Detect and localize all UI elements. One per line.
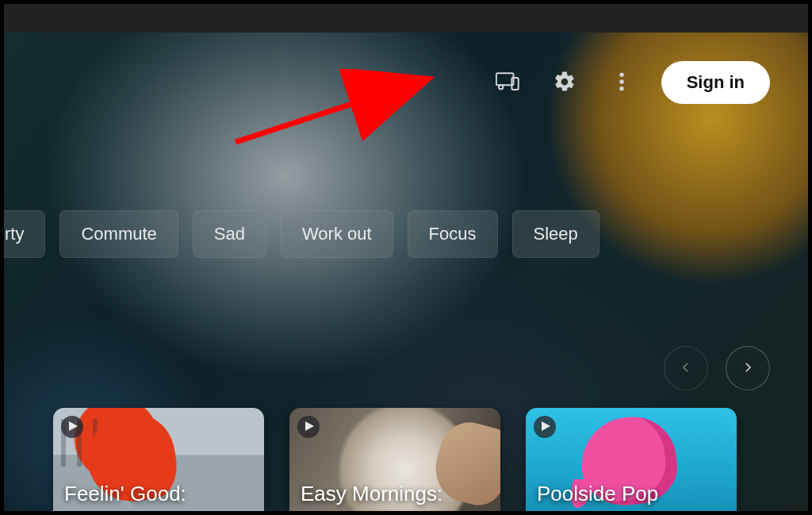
mood-chip-row: rty Commute Sad Work out Focus Sleep <box>4 210 599 258</box>
app-viewport: Sign in rty Commute Sad Work out Focus S… <box>4 33 808 511</box>
playlist-title: Easy Mornings: <box>301 482 442 506</box>
mood-chip-commute[interactable]: Commute <box>59 210 178 258</box>
svg-marker-8 <box>69 421 78 431</box>
sign-in-button[interactable]: Sign in <box>661 61 770 104</box>
mood-chip-sleep[interactable]: Sleep <box>512 210 599 258</box>
mood-chip-workout[interactable]: Work out <box>281 210 393 258</box>
play-badge <box>61 416 83 438</box>
header-toolbar: Sign in <box>490 61 770 104</box>
svg-point-3 <box>619 72 624 77</box>
carousel-nav <box>664 346 770 390</box>
gear-icon <box>553 70 576 96</box>
play-icon <box>539 420 550 434</box>
svg-marker-9 <box>305 421 314 431</box>
playlist-card[interactable]: Easy Mornings: <box>289 408 500 511</box>
more-vertical-icon <box>610 70 634 96</box>
playlist-title: Feelin' Good: <box>64 482 186 506</box>
playlist-title: Poolside Pop <box>537 482 658 506</box>
play-icon <box>303 420 314 434</box>
overflow-menu-button[interactable] <box>604 65 639 100</box>
mood-chip-partial[interactable]: rty <box>4 210 45 258</box>
mood-chip-focus[interactable]: Focus <box>408 210 498 258</box>
play-badge <box>534 416 556 438</box>
settings-button[interactable] <box>547 65 582 100</box>
playlist-card[interactable]: Feelin' Good: <box>53 408 264 511</box>
chevron-left-icon <box>679 360 693 377</box>
carousel-next-button[interactable] <box>726 346 770 390</box>
svg-rect-0 <box>496 73 514 85</box>
multi-device-icon <box>496 70 519 96</box>
chevron-right-icon <box>741 360 755 377</box>
svg-point-4 <box>619 79 624 84</box>
cast-devices-button[interactable] <box>490 65 525 100</box>
carousel-prev-button[interactable] <box>664 346 708 390</box>
playlist-carousel: Feelin' Good: Easy Mornings: Poolside Po… <box>53 408 737 511</box>
mood-chip-sad[interactable]: Sad <box>193 210 266 258</box>
window-titlebar <box>4 4 808 33</box>
svg-point-1 <box>499 85 503 89</box>
play-badge <box>297 416 320 438</box>
playlist-card[interactable]: Poolside Pop <box>526 408 737 511</box>
svg-point-5 <box>619 86 624 91</box>
play-icon <box>67 420 78 434</box>
svg-marker-10 <box>542 421 550 431</box>
